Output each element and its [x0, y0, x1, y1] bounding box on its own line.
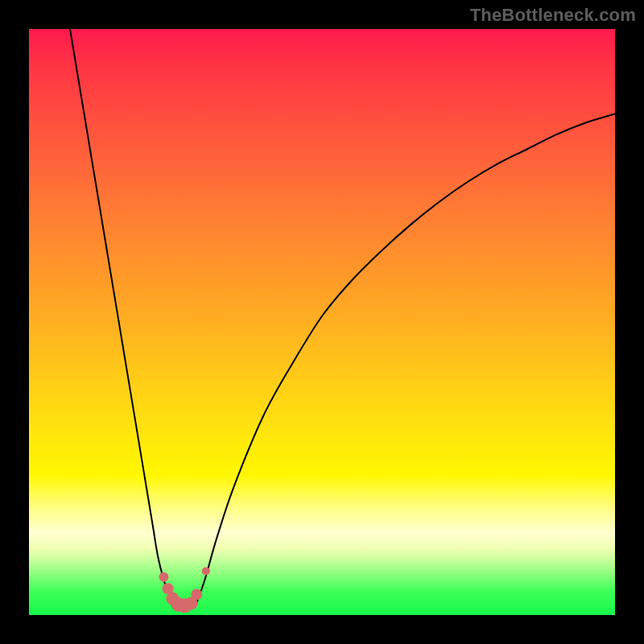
- plot-area: [29, 29, 615, 615]
- curve-svg: [29, 29, 615, 615]
- chart-frame: TheBottleneck.com: [0, 0, 644, 644]
- bottom-dot: [191, 589, 202, 601]
- bottom-dot-cluster: [159, 567, 209, 613]
- bottleneck-curve: [70, 29, 615, 609]
- watermark-text: TheBottleneck.com: [470, 5, 636, 26]
- bottom-dot: [159, 572, 168, 582]
- bottom-dot: [202, 567, 210, 575]
